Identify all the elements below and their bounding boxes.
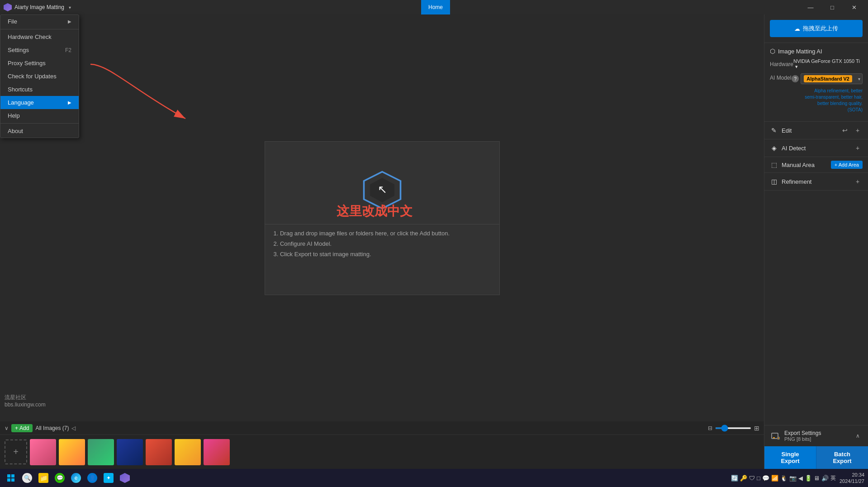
thumbnail-4[interactable] [117, 439, 143, 465]
menu-item-about[interactable]: About [0, 124, 79, 138]
language-indicator[interactable]: 英 [830, 474, 836, 482]
thumbnail-2[interactable] [59, 439, 85, 465]
maximize-button[interactable]: □ [822, 0, 843, 14]
edit-add-button[interactable]: + [853, 125, 863, 135]
taskbar-app-search[interactable]: 🔍 [20, 471, 34, 485]
tray-icon-network[interactable]: 📶 [771, 475, 778, 482]
menu-item-language[interactable]: Language [0, 96, 79, 109]
taskbar-app-wechat[interactable]: 💬 [52, 471, 67, 485]
add-area-button[interactable]: + Add Area [831, 161, 863, 169]
single-export-button[interactable]: Single Export [764, 446, 816, 469]
tray-icon-qq[interactable]: 🐧 [780, 475, 787, 482]
tray-icon-1[interactable]: 🔄 [731, 475, 738, 482]
back-arrow-icon[interactable]: ◁ [71, 425, 76, 431]
menu-item-about-label: About [8, 128, 23, 134]
hardware-dropdown-icon[interactable]: ▾ [795, 64, 798, 69]
home-button[interactable]: Home [421, 0, 450, 14]
thumbnail-1[interactable] [30, 439, 56, 465]
menu-item-check-updates[interactable]: Check for Updates [0, 70, 79, 83]
add-thumbnail-button[interactable]: + [5, 439, 27, 464]
taskbar-app-edge[interactable]: e [69, 471, 83, 485]
dropdown-menu: File Hardware Check Settings F2 Proxy Se… [0, 14, 79, 138]
ai-detect-tool-left: ◈ AI Detect [770, 144, 806, 152]
menu-item-file[interactable]: File [0, 15, 79, 28]
export-settings-collapse-button[interactable]: ∧ [853, 431, 863, 441]
edit-tool-row[interactable]: ✎ Edit ↩ + [764, 122, 868, 139]
ai-detect-actions: + [853, 143, 863, 153]
taskbar-app-explorer[interactable]: 📁 [36, 471, 51, 485]
tray-icon-shield[interactable]: 🛡 [749, 475, 755, 482]
edit-tool-actions: ↩ + [840, 125, 863, 135]
taskbar-clock[interactable]: 20:34 2024/11/27 [840, 472, 864, 485]
manual-area-tool-row[interactable]: ⬚ Manual Area + Add Area [764, 157, 868, 173]
manual-area-icon: ⬚ [770, 161, 778, 169]
taskbar-app-aiarty[interactable] [118, 471, 132, 485]
edit-undo-button[interactable]: ↩ [840, 125, 850, 135]
panel-upload-section: ☁ 拖拽至此上传 [764, 14, 868, 43]
batch-export-button[interactable]: Batch Export [816, 446, 868, 469]
window-controls: — □ ✕ [800, 0, 864, 14]
hardware-value: NVIDIA GeForce GTX 1050 Ti ▾ [793, 58, 863, 70]
ai-detect-tool-row[interactable]: ◈ AI Detect + [764, 139, 868, 157]
svg-rect-10 [11, 474, 14, 477]
add-images-button[interactable]: + Add [11, 424, 33, 432]
thumbnail-size-icon[interactable]: ⊟ [708, 425, 712, 431]
app-logo-icon [4, 3, 12, 11]
clock-time: 20:34 [840, 472, 864, 478]
drop-zone[interactable]: ↖ 1. Drag and drop image files or folder… [265, 141, 500, 295]
watermark: 流星社区 bbs.liuxingw.com [5, 394, 46, 408]
taskbar-right: 🔄 🔑 🛡 □ 💬 📶 🐧 📷 ◀ 🔋 🖥 🔊 英 20:34 2024/11/… [731, 472, 864, 485]
tray-icon-8[interactable]: ◀ [798, 475, 803, 482]
ai-model-controls: ? AlphaStandard V2 ▾ Alpha refinement, b… [792, 73, 863, 113]
red-arrow-annotation [81, 55, 217, 146]
tray-icon-display[interactable]: 🖥 [814, 475, 820, 482]
hardware-label: Hardware [770, 61, 793, 67]
thumbnail-5[interactable] [146, 439, 172, 465]
ai-detect-label: AI Detect [782, 145, 806, 152]
right-panel: ☁ 拖拽至此上传 ⬡ Image Matting AI Hardware NVI… [764, 14, 868, 469]
menu-item-hardware-check[interactable]: Hardware Check [0, 30, 79, 43]
thumbnail-size-slider[interactable] [715, 427, 751, 429]
thumbnail-7[interactable] [204, 439, 230, 465]
grid-view-icon[interactable]: ⊞ [754, 425, 759, 432]
title-dropdown-arrow-icon[interactable]: ▾ [69, 5, 71, 10]
tray-icon-5[interactable]: 💬 [762, 475, 769, 482]
collapse-strip-button[interactable]: ∨ [5, 425, 9, 431]
tray-icon-4[interactable]: □ [757, 475, 760, 482]
menu-item-shortcuts[interactable]: Shortcuts [0, 83, 79, 96]
edit-tool-left: ✎ Edit [770, 126, 792, 134]
menu-item-help[interactable]: Help [0, 109, 79, 122]
start-button[interactable] [4, 471, 18, 485]
minimize-button[interactable]: — [800, 0, 821, 14]
hexagon-icon: ↖ [362, 170, 403, 210]
tray-icon-sound[interactable]: 🔊 [821, 475, 829, 482]
instruction-2: 2. Configure AI Model. [274, 240, 491, 247]
tray-icon-2[interactable]: 🔑 [740, 475, 747, 482]
canvas-area[interactable]: ↖ 1. Drag and drop image files or folder… [0, 14, 764, 421]
menu-item-proxy-settings[interactable]: Proxy Settings [0, 57, 79, 70]
content-area: ↖ 1. Drag and drop image files or folder… [0, 14, 764, 469]
ai-detect-icon: ◈ [770, 144, 778, 152]
tray-icon-7[interactable]: 📷 [789, 475, 797, 482]
upload-button[interactable]: ☁ 拖拽至此上传 [770, 20, 863, 37]
menu-item-shortcuts-label: Shortcuts [8, 86, 33, 93]
close-button[interactable]: ✕ [844, 0, 864, 14]
export-settings-row: Export Settings PNG [8 bits] ∧ [764, 425, 868, 446]
thumbnail-3[interactable] [88, 439, 114, 465]
image-matting-section: ⬡ Image Matting AI Hardware NVIDIA GeFor… [764, 43, 868, 122]
model-dropdown-arrow-icon[interactable]: ▾ [858, 76, 860, 81]
title-bar-left: Aiarty Image Matting ▾ [4, 3, 71, 11]
svg-text:↖: ↖ [377, 183, 387, 196]
thumbnail-6[interactable] [175, 439, 201, 465]
menu-item-settings[interactable]: Settings F2 [0, 43, 79, 57]
ai-model-badge: AlphaStandard V2 [804, 75, 852, 82]
ai-detect-add-button[interactable]: + [853, 143, 863, 153]
taskbar-app-4[interactable]: 👤 [85, 471, 100, 485]
refinement-add-button[interactable]: + [853, 177, 863, 186]
model-help-icon[interactable]: ? [792, 75, 799, 82]
taskbar-app-5[interactable]: ✦ [101, 471, 116, 485]
all-images-label: All Images (7) [35, 425, 69, 431]
tray-icon-battery[interactable]: 🔋 [805, 475, 812, 482]
refinement-tool-row[interactable]: ◫ Refinement + [764, 173, 868, 191]
export-section: Export Settings PNG [8 bits] ∧ Single Ex… [764, 425, 868, 469]
